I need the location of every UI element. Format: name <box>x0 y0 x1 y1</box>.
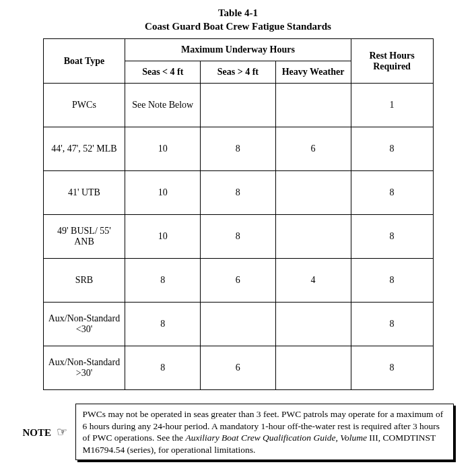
cell-heavy <box>275 215 351 259</box>
table-row: SRB 8 6 4 8 <box>43 259 433 303</box>
table-row: 44', 47', 52' MLB 10 8 6 8 <box>43 127 433 171</box>
cell-rest: 8 <box>351 215 433 259</box>
note-label: NOTE <box>23 427 52 438</box>
cell-rest: 8 <box>351 303 433 346</box>
cell-rest: 1 <box>351 84 433 127</box>
cell-seas-lt4: 8 <box>125 259 201 303</box>
cell-seas-lt4: See Note Below <box>125 84 201 127</box>
pointing-hand-icon: ☞ <box>57 425 67 439</box>
cell-seas-lt4: 10 <box>125 127 201 171</box>
cell-seas-gt4 <box>201 84 275 127</box>
cell-heavy: 6 <box>275 127 351 171</box>
cell-seas-gt4: 8 <box>201 215 275 259</box>
table-row: PWCs See Note Below 1 <box>43 84 433 127</box>
header-seas-gt4: Seas > 4 ft <box>201 61 275 84</box>
table-row: 41' UTB 10 8 8 <box>43 171 433 215</box>
caption-line1: Table 4-1 <box>218 7 258 18</box>
note-section: NOTE ☞ PWCs may not be operated in seas … <box>23 404 454 460</box>
cell-boat: PWCs <box>43 84 125 127</box>
caption-line2: Coast Guard Boat Crew Fatigue Standards <box>145 21 331 32</box>
cell-seas-gt4: 6 <box>201 346 275 390</box>
cell-seas-lt4: 8 <box>125 346 201 390</box>
fatigue-standards-table: Boat Type Maximum Underway Hours Rest Ho… <box>43 38 434 390</box>
cell-boat: 49' BUSL/ 55' ANB <box>43 215 125 259</box>
cell-seas-lt4: 8 <box>125 303 201 346</box>
header-seas-lt4: Seas < 4 ft <box>125 61 201 84</box>
cell-seas-lt4: 10 <box>125 171 201 215</box>
cell-heavy <box>275 171 351 215</box>
note-box: PWCs may not be operated in seas greater… <box>75 404 454 460</box>
cell-seas-gt4: 8 <box>201 127 275 171</box>
cell-heavy <box>275 84 351 127</box>
header-boat-type: Boat Type <box>43 39 125 84</box>
cell-boat: 41' UTB <box>43 171 125 215</box>
cell-seas-gt4: 8 <box>201 171 275 215</box>
note-italic: Auxiliary Boat Crew Qualification Guide,… <box>186 433 367 443</box>
note-label-wrap: NOTE ☞ <box>23 424 67 439</box>
cell-heavy <box>275 346 351 390</box>
cell-boat: Aux/Non-Standard >30' <box>43 346 125 390</box>
table-caption: Table 4-1 Coast Guard Boat Crew Fatigue … <box>13 7 463 33</box>
cell-rest: 8 <box>351 346 433 390</box>
cell-rest: 8 <box>351 259 433 303</box>
cell-seas-lt4: 10 <box>125 215 201 259</box>
header-rest-hours: Rest Hours Required <box>351 39 433 84</box>
cell-rest: 8 <box>351 127 433 171</box>
cell-seas-gt4 <box>201 303 275 346</box>
cell-heavy <box>275 303 351 346</box>
table-body: PWCs See Note Below 1 44', 47', 52' MLB … <box>43 84 433 390</box>
cell-heavy: 4 <box>275 259 351 303</box>
header-max-underway: Maximum Underway Hours <box>125 39 351 61</box>
header-heavy-weather: Heavy Weather <box>275 61 351 84</box>
table-row: 49' BUSL/ 55' ANB 10 8 8 <box>43 215 433 259</box>
table-row: Aux/Non-Standard >30' 8 6 8 <box>43 346 433 390</box>
table-row: Aux/Non-Standard <30' 8 8 <box>43 303 433 346</box>
cell-boat: SRB <box>43 259 125 303</box>
cell-boat: Aux/Non-Standard <30' <box>43 303 125 346</box>
cell-seas-gt4: 6 <box>201 259 275 303</box>
cell-rest: 8 <box>351 171 433 215</box>
cell-boat: 44', 47', 52' MLB <box>43 127 125 171</box>
